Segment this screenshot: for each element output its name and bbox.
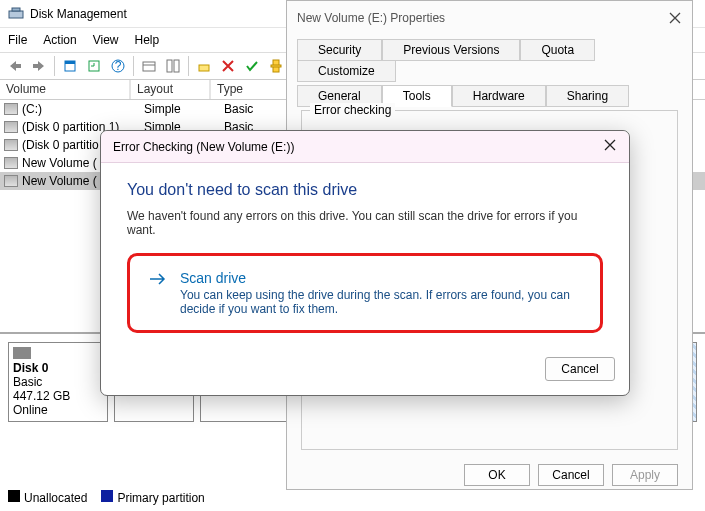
svg-rect-9 bbox=[167, 60, 172, 72]
properties-title-bar[interactable]: New Volume (E:) Properties bbox=[287, 1, 692, 35]
group-error-checking: Error checking bbox=[310, 103, 395, 117]
toolbar-icon[interactable] bbox=[59, 55, 81, 77]
legend: Unallocated Primary partition bbox=[8, 490, 205, 505]
toolbar-icon[interactable] bbox=[138, 55, 160, 77]
delete-icon[interactable] bbox=[217, 55, 239, 77]
toolbar-icon[interactable] bbox=[265, 55, 287, 77]
ok-button[interactable]: OK bbox=[464, 464, 530, 486]
window-title: Disk Management bbox=[30, 7, 127, 21]
menu-file[interactable]: File bbox=[8, 33, 27, 47]
svg-rect-1 bbox=[12, 8, 20, 11]
disk-status: Online bbox=[13, 403, 103, 417]
svg-rect-7 bbox=[143, 62, 155, 71]
menu-help[interactable]: Help bbox=[135, 33, 160, 47]
svg-text:?: ? bbox=[115, 59, 122, 73]
scan-drive-text: You can keep using the drive during the … bbox=[180, 288, 582, 316]
error-checking-dialog: Error Checking (New Volume (E:)) You don… bbox=[100, 130, 630, 396]
error-checking-title-bar[interactable]: Error Checking (New Volume (E:)) bbox=[101, 131, 629, 163]
tab-quota[interactable]: Quota bbox=[520, 39, 595, 61]
close-icon[interactable] bbox=[603, 138, 617, 155]
back-button[interactable] bbox=[4, 55, 26, 77]
tab-hardware[interactable]: Hardware bbox=[452, 85, 546, 107]
svg-rect-11 bbox=[199, 65, 209, 71]
error-checking-title: Error Checking (New Volume (E:)) bbox=[113, 140, 294, 154]
apply-button: Apply bbox=[612, 464, 678, 486]
col-layout[interactable]: Layout bbox=[130, 80, 210, 99]
scan-drive-title: Scan drive bbox=[180, 270, 582, 286]
close-icon[interactable] bbox=[668, 11, 682, 25]
error-checking-heading: You don't need to scan this drive bbox=[127, 181, 603, 199]
arrow-right-icon bbox=[148, 270, 168, 316]
disk-name: Disk 0 bbox=[13, 361, 103, 375]
forward-button[interactable] bbox=[28, 55, 50, 77]
tab-previous-versions[interactable]: Previous Versions bbox=[382, 39, 520, 61]
toolbar-icon[interactable] bbox=[193, 55, 215, 77]
toolbar-icon[interactable] bbox=[162, 55, 184, 77]
cancel-button[interactable]: Cancel bbox=[538, 464, 604, 486]
col-volume[interactable]: Volume bbox=[0, 80, 130, 99]
svg-rect-13 bbox=[271, 65, 281, 67]
check-icon[interactable] bbox=[241, 55, 263, 77]
disk-size: 447.12 GB bbox=[13, 389, 103, 403]
tab-security[interactable]: Security bbox=[297, 39, 382, 61]
menu-view[interactable]: View bbox=[93, 33, 119, 47]
svg-rect-3 bbox=[65, 61, 75, 64]
refresh-icon[interactable] bbox=[83, 55, 105, 77]
svg-rect-0 bbox=[9, 11, 23, 18]
col-type[interactable]: Type bbox=[210, 80, 290, 99]
disk-icon bbox=[13, 347, 31, 359]
error-checking-text: We haven't found any errors on this driv… bbox=[127, 209, 603, 237]
help-icon[interactable]: ? bbox=[107, 55, 129, 77]
menu-action[interactable]: Action bbox=[43, 33, 76, 47]
scan-drive-option[interactable]: Scan drive You can keep using the drive … bbox=[127, 253, 603, 333]
tab-customize[interactable]: Customize bbox=[297, 60, 396, 82]
disk-type: Basic bbox=[13, 375, 103, 389]
tab-sharing[interactable]: Sharing bbox=[546, 85, 629, 107]
disk-info[interactable]: Disk 0 Basic 447.12 GB Online bbox=[8, 342, 108, 422]
properties-title: New Volume (E:) Properties bbox=[297, 11, 445, 25]
cancel-button[interactable]: Cancel bbox=[545, 357, 615, 381]
app-icon bbox=[8, 6, 24, 22]
svg-rect-10 bbox=[174, 60, 179, 72]
